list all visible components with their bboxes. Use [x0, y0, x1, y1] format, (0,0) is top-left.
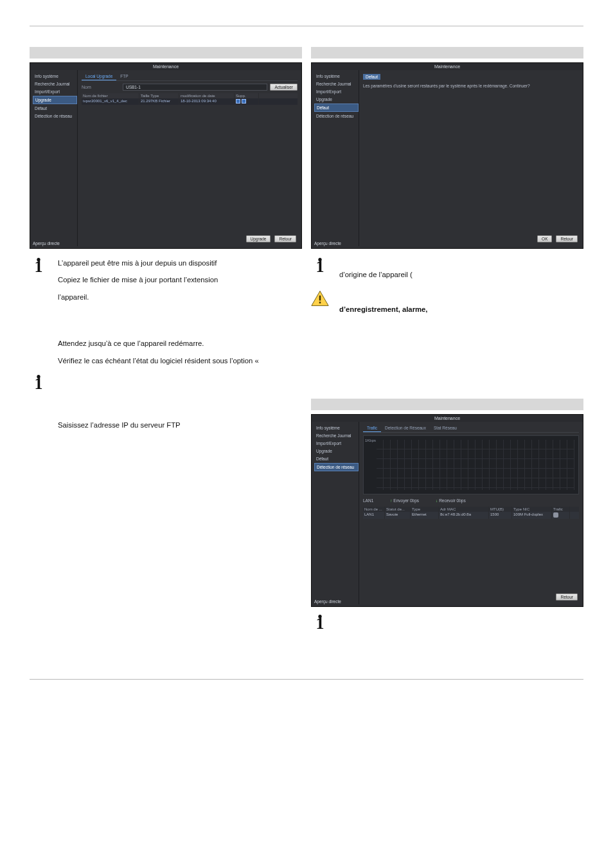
section-bar-right-2	[311, 399, 583, 410]
app-title: Maintenance	[30, 63, 301, 70]
paragraph: L’appareil peut être mis à jour depuis u…	[58, 258, 218, 268]
paragraph-bold: d’enregistrement, alarme,	[339, 304, 428, 314]
gear-icon[interactable]	[553, 512, 558, 518]
cell-mtu: 1500	[489, 512, 512, 519]
apercu-link[interactable]: Aperçu directe	[33, 241, 60, 246]
col-type: Type	[411, 507, 439, 512]
arrow-down-icon: ↓	[436, 498, 438, 503]
cell-modified: 18-10-2013 09:34:40	[179, 98, 235, 105]
sidebar-item-default[interactable]: Défaut	[314, 104, 359, 112]
cell-mac: 8c:e7:48:2b:d0:8a	[439, 512, 489, 519]
tab-traffic[interactable]: Trafic	[363, 424, 381, 432]
section-bar-left-1	[30, 47, 302, 59]
text-block: Saisissez l’adresse IP du serveur FTP	[58, 375, 181, 446]
upgrade-button[interactable]: Upgrade	[246, 235, 271, 242]
text-block: d’origine de l’appareil (	[339, 258, 413, 286]
col-nic: Type NIC	[512, 507, 552, 512]
sidebar-item[interactable]: Import/Export	[314, 440, 359, 447]
send-value: Envoyer 0bps	[393, 498, 419, 503]
sidebar-item-netdetect[interactable]: Détection de réseau	[314, 463, 359, 471]
tab-ftp[interactable]: FTP	[116, 73, 132, 80]
return-button[interactable]: Retour	[274, 235, 296, 242]
paragraph: Saisissez l’adresse IP du serveur FTP	[58, 420, 181, 430]
sidebar-item[interactable]: Recherche Journal	[314, 80, 359, 87]
paragraph: Copiez le fichier de mise à jour portant…	[58, 275, 218, 285]
recv-value: Recevoir 0bps	[439, 498, 466, 503]
tab-local-upgrade[interactable]: Local Upgrade	[82, 73, 116, 80]
apercu-link[interactable]: Aperçu directe	[314, 241, 341, 246]
col-filename: Nom de fichier	[82, 93, 139, 98]
sidebar-item[interactable]: Recherche Journal	[33, 80, 77, 87]
section-bar-right-1	[311, 47, 583, 59]
chart-ylabel: 1Kbps	[365, 439, 376, 442]
refresh-button[interactable]: Actualiser	[270, 84, 298, 91]
cell-state: Savoie	[385, 512, 411, 519]
device-combo-value: USB1-1	[126, 85, 141, 89]
col-filetype: Taille Type	[139, 93, 179, 98]
screenshot-netdetect: Maintenance Info système Recherche Journ…	[311, 414, 583, 607]
cell-nic: 100M Full-duplex	[512, 512, 552, 519]
app-title: Maintenance	[312, 63, 583, 70]
sidebar-item[interactable]: Info système	[314, 424, 359, 431]
text-block: Attendez jusqu’à ce que l’appareil redém…	[58, 338, 259, 372]
table-row[interactable]: tvpsr20001_v6_v1_4_dec 21.297KB Fichier …	[82, 98, 298, 105]
info-icon: •1	[316, 615, 324, 653]
cell-type: Ethernet	[411, 512, 439, 519]
play-icon[interactable]	[242, 99, 246, 104]
sidebar-item[interactable]: Upgrade	[314, 96, 359, 103]
cell-actions	[235, 98, 259, 105]
cell-filetype: 21.297KB Fichier	[139, 98, 179, 105]
sidebar: Info système Recherche Journal Import/Ex…	[312, 422, 359, 604]
ok-button[interactable]: OK	[537, 235, 552, 242]
net-summary: LAN1 ↑ Envoyer 0bps ↓ Recevoir 0bps	[363, 498, 579, 503]
sidebar-item[interactable]: Défaut	[314, 455, 359, 462]
device-name-label: Nom	[82, 85, 120, 89]
restore-message: Les paramètres d'usine seront restaurés …	[363, 84, 579, 88]
tab-default[interactable]: Defaut	[363, 74, 380, 80]
col-mtu: MTU(B)	[489, 507, 512, 512]
text-block: L’appareil peut être mis à jour depuis u…	[58, 258, 218, 309]
sidebar-item[interactable]: Import/Export	[33, 88, 77, 95]
svg-rect-1	[319, 296, 321, 301]
device-combo[interactable]: USB1-1	[123, 84, 267, 91]
arrow-up-icon: ↑	[390, 498, 392, 503]
text-block: d’enregistrement, alarme,	[339, 290, 428, 321]
paragraph: Attendez jusqu’à ce que l’appareil redém…	[58, 338, 259, 348]
sidebar-item[interactable]: Défaut	[33, 105, 77, 112]
sidebar-item[interactable]: Upgrade	[314, 448, 359, 455]
cell-trafic	[552, 512, 570, 519]
paragraph: d’origine de l’appareil (	[339, 269, 413, 280]
return-button[interactable]: Retour	[556, 235, 578, 242]
sidebar-item[interactable]: Recherche Journal	[314, 432, 359, 439]
tab-stat[interactable]: Stat Réseau	[430, 424, 461, 432]
col-state: Statut de...	[385, 507, 411, 512]
sidebar: Info système Recherche Journal Import/Ex…	[30, 70, 78, 246]
sidebar-item[interactable]: Import/Export	[314, 88, 359, 95]
sidebar-item[interactable]: Détection de réseau	[33, 113, 77, 120]
table-row[interactable]: LAN1 Savoie Ethernet 8c:e7:48:2b:d0:8a 1…	[363, 512, 579, 519]
apercu-link[interactable]: Aperçu directe	[314, 599, 341, 604]
delete-icon[interactable]	[236, 99, 240, 104]
sidebar-item-upgrade[interactable]: Upgrade	[33, 96, 77, 104]
lan-label: LAN1	[363, 498, 373, 503]
file-table: Nom de fichier Taille Type modification …	[82, 93, 298, 105]
bottom-rule	[30, 679, 583, 680]
nic-table: Nom de ... Statut de... Type Adr MAC MTU…	[363, 507, 579, 519]
cell-name: LAN1	[363, 512, 385, 519]
sidebar-item[interactable]: Info système	[33, 73, 77, 80]
sidebar-item[interactable]: Détection de réseau	[314, 113, 359, 120]
info-icon: •1	[35, 258, 43, 309]
col-name: Nom de ...	[363, 507, 385, 512]
sidebar-item[interactable]: Info système	[314, 73, 359, 80]
top-rule	[30, 26, 583, 26]
cell-filename: tvpsr20001_v6_v1_4_dec	[82, 98, 139, 105]
screenshot-default: Maintenance Info système Recherche Journ…	[311, 62, 583, 249]
svg-rect-2	[319, 302, 321, 304]
col-trafic: Trafic	[552, 507, 570, 512]
col-del: Supp.	[235, 93, 259, 98]
sidebar: Info système Recherche Journal Import/Ex…	[312, 70, 359, 246]
paragraph: l’appareil.	[58, 292, 218, 302]
screenshot-upgrade: Maintenance Info système Recherche Journ…	[30, 62, 302, 249]
tab-detect[interactable]: Detection de Réseaux	[381, 424, 430, 432]
return-button[interactable]: Retour	[556, 593, 578, 601]
